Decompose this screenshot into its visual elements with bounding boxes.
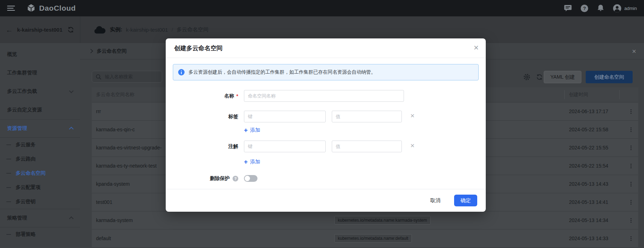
label-chip: kubernetes.io/metadata.name:default [334,234,412,243]
sidebar-group-policy-management[interactable]: 策略管理 [0,209,80,227]
sidebar-item-overview[interactable]: 概览 [0,45,80,64]
kebab-menu-icon[interactable] [627,198,634,206]
breadcrumb-current: 多云命名空间 [177,26,209,33]
annotation-key-input[interactable] [244,141,326,152]
label-chip: kubernetes.io/metadata.name:karmada-syst… [334,216,431,225]
breadcrumb-separator: / [171,27,173,33]
info-icon [178,69,185,75]
namespace-name-input[interactable] [244,90,404,102]
remove-row-icon[interactable]: × [410,112,415,119]
chevron-down-icon [69,89,74,93]
created-time: 2024-05-13 14:33 [569,229,608,247]
search-box[interactable] [92,71,162,83]
kebab-menu-icon[interactable] [627,234,634,242]
chevron-up-icon [69,216,74,221]
sidebar-item-multicloud-configmap[interactable]: 多云配置项 [0,180,80,195]
avatar-icon [613,4,622,13]
user-menu[interactable]: admin [613,4,637,13]
info-alert: 多云资源创建后，会自动传播指定的工作集群，如工作集群已存在同名资源会自动纳管。 [173,64,479,80]
create-namespace-button[interactable]: 创建命名空间 [586,71,633,83]
sidebar-group-resource-management[interactable]: 资源管理 [0,119,80,138]
search-input[interactable] [104,74,158,80]
page-title: 多云命名空间 [97,48,127,54]
modal-title: 创建多云命名空间 [174,44,223,52]
sidebar-item-custom-resource[interactable]: 多云自定义资源 [0,101,80,119]
modal-footer: 取消 确定 [166,189,486,212]
kebab-menu-icon[interactable] [627,216,634,224]
annotation-value-input[interactable] [332,141,402,152]
chevron-up-icon [69,127,74,131]
top-bar: DaoCloud ? [0,0,644,16]
required-asterisk: * [236,93,238,99]
namespace-name[interactable]: karmada-es-qin-c [96,121,135,138]
namespace-name[interactable]: rrr [96,102,101,120]
alert-text: 多云资源创建后，会自动传播指定的工作集群，如工作集群已存在同名资源会自动纳管。 [188,69,376,75]
confirm-button[interactable]: 确定 [454,195,477,206]
remove-row-icon[interactable]: × [410,142,415,149]
plus-icon [244,159,248,165]
user-name: admin [624,6,637,11]
switch-instance-icon[interactable] [67,26,74,33]
add-annotation-link[interactable]: 添加 [244,158,260,166]
sidebar-item-multicloud-namespace[interactable]: 多云命名空间 [0,166,80,180]
sidebar-item-cluster-management[interactable]: 工作集群管理 [0,64,80,82]
question-circle-icon[interactable]: ? [233,176,238,181]
chevron-right-icon[interactable] [89,49,93,53]
hamburger-menu-icon[interactable] [7,6,15,11]
bell-icon[interactable] [597,4,604,12]
kebab-menu-icon[interactable] [627,107,634,115]
kebab-menu-icon[interactable] [627,144,634,152]
cancel-button[interactable]: 取消 [428,197,443,204]
table-row[interactable]: default kubernetes.io/metadata.name:defa… [92,229,638,248]
namespace-name[interactable]: karmada-es-ty-network-test [96,157,156,175]
svg-text:?: ? [583,6,586,11]
svg-text:?: ? [234,176,237,181]
label-key-input[interactable] [244,111,326,122]
close-icon[interactable]: × [632,48,636,55]
namespace-name[interactable]: kpanda-system [96,175,130,193]
namespace-name[interactable]: karmada-es-virtnest-upgrade- [96,139,161,157]
yaml-create-button[interactable]: YAML 创建 [544,71,581,83]
dash-icon [6,234,11,235]
namespace-name[interactable]: default [96,229,111,247]
help-icon[interactable]: ? [580,4,589,12]
label-value-input[interactable] [332,111,402,122]
annotations-label: 注解 [228,143,238,150]
instance-name: k-kairship-test001 [17,27,63,33]
created-time: 2024-05-22 15:55 [569,139,608,157]
sidebar-item-deploy-policy[interactable]: 部署策略 [0,227,80,242]
labels-label: 标签 [228,114,238,120]
created-time: 2024-06-13 17:17 [569,102,608,120]
delete-protection-toggle[interactable] [244,175,257,182]
dash-icon [6,144,11,145]
form-row-labels: 标签 × [166,111,479,122]
breadcrumb-instance[interactable]: k-kairship-test001 [126,27,168,33]
add-label-link[interactable]: 添加 [244,126,260,134]
table-row[interactable]: karmada-system kubernetes.io/metadata.na… [92,211,638,229]
sidebar-nav: 概览 工作集群管理 多云工作负载 多云自定义资源 资源管理 多云服务 多云路由 … [0,43,80,248]
sidebar-item-multicloud-secret[interactable]: 多云密钥 [0,195,80,209]
dash-icon [6,173,11,174]
refresh-icon[interactable] [536,74,543,80]
create-namespace-modal: 创建多云命名空间 × 多云资源创建后，会自动传播指定的工作集群，如工作集群已存在… [166,38,486,212]
gear-icon[interactable] [523,74,530,80]
namespace-name[interactable]: test001 [96,193,112,211]
form-row-annotations: 注解 × [166,141,479,152]
sidebar-item-multicloud-workload[interactable]: 多云工作负载 [0,82,80,101]
daocloud-cube-icon [26,4,36,13]
sidebar-item-multicloud-route[interactable]: 多云路由 [0,152,80,166]
modal-close-icon[interactable]: × [474,43,479,52]
message-icon[interactable] [564,5,572,12]
kebab-menu-icon[interactable] [627,162,634,170]
form-row-name: 名称* [166,90,479,102]
sidebar-item-multicloud-service[interactable]: 多云服务 [0,138,80,152]
created-time: 2024-05-22 15:58 [569,121,608,138]
namespace-name[interactable]: karmada-system [96,211,133,229]
created-time: 2024-05-13 14:41 [569,193,608,211]
search-icon [96,74,101,80]
back-arrow-icon[interactable]: ← [6,26,13,33]
logo-text: DaoCloud [39,4,76,12]
kebab-menu-icon[interactable] [627,126,634,133]
kebab-menu-icon[interactable] [627,180,634,188]
daocloud-logo: DaoCloud [26,4,76,13]
